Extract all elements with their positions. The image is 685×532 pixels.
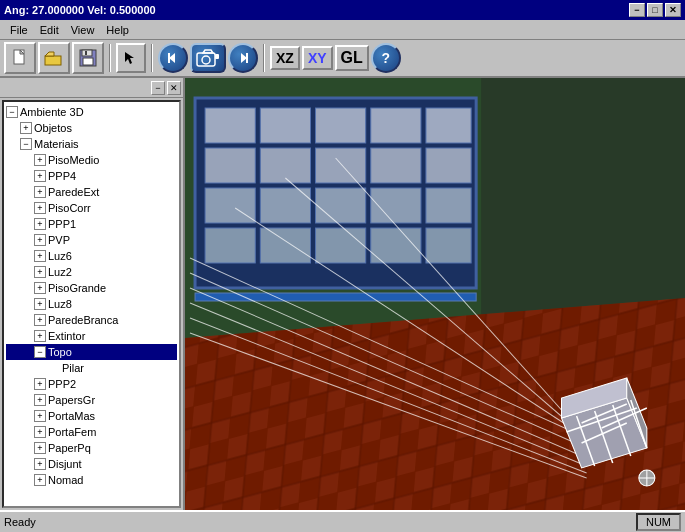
- tree-item[interactable]: +PortaFem: [6, 424, 177, 440]
- tree-item-label: Disjunt: [48, 458, 82, 470]
- tree-expander[interactable]: +: [34, 234, 46, 246]
- tree-expander[interactable]: +: [34, 426, 46, 438]
- tree-item-label: ParedeBranca: [48, 314, 118, 326]
- tree-item[interactable]: +PPP4: [6, 168, 177, 184]
- tree-expander[interactable]: +: [20, 122, 32, 134]
- tree-item-label: PortaFem: [48, 426, 96, 438]
- svg-rect-6: [83, 58, 93, 65]
- tree-item-label: PaperPq: [48, 442, 91, 454]
- menu-bar: File Edit View Help: [0, 20, 685, 40]
- xz-button[interactable]: XZ: [270, 46, 300, 70]
- xy-button[interactable]: XY: [302, 46, 333, 70]
- gl-label: GL: [341, 49, 363, 66]
- tree-item[interactable]: −Topo: [6, 344, 177, 360]
- tree-item[interactable]: +PaperPq: [6, 440, 177, 456]
- tree-item[interactable]: +PPP2: [6, 376, 177, 392]
- tree-expander[interactable]: +: [34, 282, 46, 294]
- tree-expander[interactable]: +: [34, 218, 46, 230]
- svg-rect-33: [371, 148, 421, 183]
- menu-help[interactable]: Help: [100, 22, 135, 38]
- tree-item[interactable]: +PapersGr: [6, 392, 177, 408]
- svg-rect-42: [316, 228, 366, 263]
- tree-item[interactable]: −Ambiente 3D: [6, 104, 177, 120]
- panel-resize-button[interactable]: −: [151, 81, 165, 95]
- tree-item[interactable]: +Nomad: [6, 472, 177, 488]
- tree-item-label: Topo: [48, 346, 72, 358]
- tree-expander[interactable]: +: [34, 442, 46, 454]
- prev-button[interactable]: [158, 43, 188, 73]
- svg-rect-41: [260, 228, 310, 263]
- tree-expander[interactable]: +: [34, 378, 46, 390]
- svg-rect-10: [168, 53, 170, 63]
- tree-item-label: Extintor: [48, 330, 85, 342]
- tree-item-label: PisoMedio: [48, 154, 99, 166]
- tree-expander[interactable]: +: [34, 474, 46, 486]
- tree-item[interactable]: +Luz6: [6, 248, 177, 264]
- tree-item[interactable]: +PVP: [6, 232, 177, 248]
- tree-item-label: Luz2: [48, 266, 72, 278]
- tree-item[interactable]: +Objetos: [6, 120, 177, 136]
- menu-edit[interactable]: Edit: [34, 22, 65, 38]
- tree-expander[interactable]: +: [34, 202, 46, 214]
- tree-item[interactable]: +Luz2: [6, 264, 177, 280]
- tree-expander[interactable]: +: [34, 170, 46, 182]
- tree-item[interactable]: +ParedeBranca: [6, 312, 177, 328]
- tree-expander[interactable]: −: [6, 106, 18, 118]
- tree-item[interactable]: +PPP1: [6, 216, 177, 232]
- open-button[interactable]: [38, 42, 70, 74]
- arrow-tool-button[interactable]: [116, 43, 146, 73]
- title-bar-buttons: − □ ✕: [629, 3, 681, 17]
- gl-button[interactable]: GL: [335, 45, 369, 71]
- tree-expander[interactable]: +: [34, 314, 46, 326]
- tree-container: −Ambiente 3D+Objetos−Materiais+PisoMedio…: [2, 100, 181, 508]
- tree-item[interactable]: +PortaMas: [6, 408, 177, 424]
- svg-rect-29: [426, 108, 471, 143]
- menu-file[interactable]: File: [4, 22, 34, 38]
- main-area: − ✕ −Ambiente 3D+Objetos−Materiais+PisoM…: [0, 78, 685, 510]
- tree-item[interactable]: +PisoGrande: [6, 280, 177, 296]
- new-button[interactable]: [4, 42, 36, 74]
- tree-item-label: Nomad: [48, 474, 83, 486]
- tree-expander[interactable]: +: [34, 298, 46, 310]
- camera-button[interactable]: [190, 43, 226, 73]
- title-bar: Ang: 27.000000 Vel: 0.500000 − □ ✕: [0, 0, 685, 20]
- svg-rect-2: [45, 56, 61, 65]
- tree-expander[interactable]: +: [34, 458, 46, 470]
- tree-item[interactable]: −Materiais: [6, 136, 177, 152]
- save-button[interactable]: [72, 42, 104, 74]
- tree-expander[interactable]: +: [34, 410, 46, 422]
- tree-expander[interactable]: −: [20, 138, 32, 150]
- tree-expander[interactable]: +: [34, 266, 46, 278]
- panel-close-button[interactable]: ✕: [167, 81, 181, 95]
- tree-expander[interactable]: +: [34, 186, 46, 198]
- menu-view[interactable]: View: [65, 22, 101, 38]
- tree-expander[interactable]: −: [34, 346, 46, 358]
- xy-label: XY: [308, 50, 327, 66]
- help-button[interactable]: ?: [371, 43, 401, 73]
- tree-expander[interactable]: +: [34, 394, 46, 406]
- tree-item[interactable]: +PisoMedio: [6, 152, 177, 168]
- svg-rect-40: [205, 228, 255, 263]
- tree-item[interactable]: Pilar: [6, 360, 177, 376]
- tree-item[interactable]: +ParedeExt: [6, 184, 177, 200]
- close-button[interactable]: ✕: [665, 3, 681, 17]
- tree-item[interactable]: +Extintor: [6, 328, 177, 344]
- tree-item[interactable]: +Disjunt: [6, 456, 177, 472]
- tree-expander[interactable]: +: [34, 250, 46, 262]
- minimize-button[interactable]: −: [629, 3, 645, 17]
- tree-item-label: PPP4: [48, 170, 76, 182]
- tree-expander[interactable]: +: [34, 154, 46, 166]
- tree-item[interactable]: +PisoCorr: [6, 200, 177, 216]
- svg-rect-31: [260, 148, 310, 183]
- tree-scroll[interactable]: −Ambiente 3D+Objetos−Materiais+PisoMedio…: [4, 102, 179, 506]
- sep-3: [263, 44, 265, 72]
- next-button[interactable]: [228, 43, 258, 73]
- maximize-button[interactable]: □: [647, 3, 663, 17]
- tree-expander[interactable]: +: [34, 330, 46, 342]
- sep-1: [109, 44, 111, 72]
- tree-item-label: Objetos: [34, 122, 72, 134]
- viewport[interactable]: [185, 78, 685, 510]
- svg-rect-25: [205, 108, 255, 143]
- tree-item[interactable]: +Luz8: [6, 296, 177, 312]
- tree-item-label: Pilar: [62, 362, 84, 374]
